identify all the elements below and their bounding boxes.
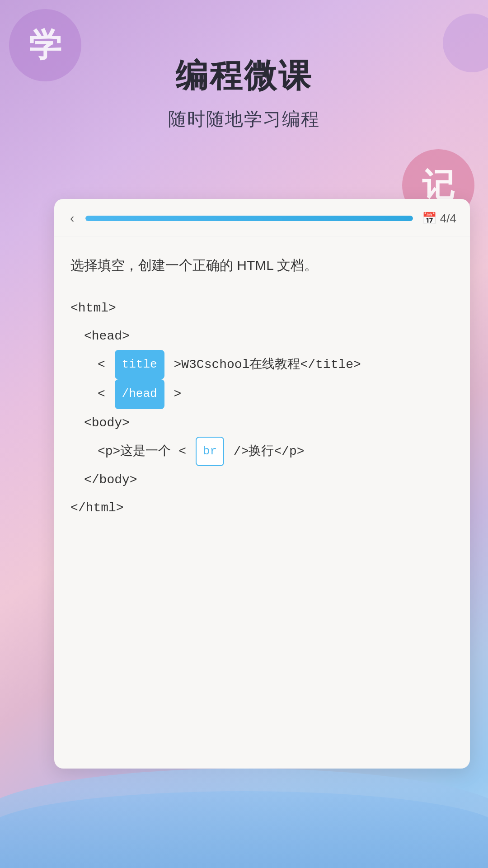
header-section: 编程微课 随时随地学习编程 [0,54,488,132]
code-gt-head: > [166,380,182,408]
code-line-4: < /head > [70,379,454,409]
code-line-8: </html> [70,494,454,522]
code-body-close: </body> [84,466,137,494]
progress-bar-container [85,216,413,221]
code-gt-title: >W3Cschool在线教程</title> [166,351,361,379]
code-line-7: </body> [70,466,454,494]
lesson-card: ‹ 📅 4/4 选择填空，创建一个正确的 HTML 文档。 <html> <he… [54,199,470,769]
main-title: 编程微课 [0,54,488,98]
code-lt-2: < [98,380,113,408]
calendar-icon: 📅 [422,212,436,226]
card-header: ‹ 📅 4/4 [54,199,470,236]
fill-blank-head-close[interactable]: /head [115,379,164,409]
instruction-text: 选择填空，创建一个正确的 HTML 文档。 [70,255,454,276]
code-br-suffix: />换行</p> [226,438,305,466]
sub-title: 随时随地学习编程 [0,107,488,132]
page-counter-text: 4/4 [440,212,456,226]
fill-blank-br[interactable]: br [196,437,224,466]
code-lt-1: < [98,351,113,379]
progress-bar-fill [85,216,413,221]
code-line-5: <body> [70,409,454,437]
bottom-wave [0,755,488,868]
code-line-6: <p>这是一个 < br />换行</p> [70,437,454,466]
code-body-open: <body> [84,409,130,437]
wave-shape-2 [0,791,488,868]
code-line-2: <head> [70,322,454,350]
code-line-3: < title >W3Cschool在线教程</title> [70,350,454,379]
back-button[interactable]: ‹ [68,209,76,228]
code-head-open: <head> [84,322,130,350]
card-body: 选择填空，创建一个正确的 HTML 文档。 <html> <head> < ti… [54,236,470,540]
code-block: <html> <head> < title >W3Cschool在线教程</ti… [70,294,454,522]
code-html-open: <html> [70,294,116,322]
page-counter: 📅 4/4 [422,212,456,226]
code-html-close: </html> [70,494,124,522]
code-line-1: <html> [70,294,454,322]
fill-blank-title[interactable]: title [115,350,164,379]
code-p-open: <p>这是一个 < [98,438,194,466]
